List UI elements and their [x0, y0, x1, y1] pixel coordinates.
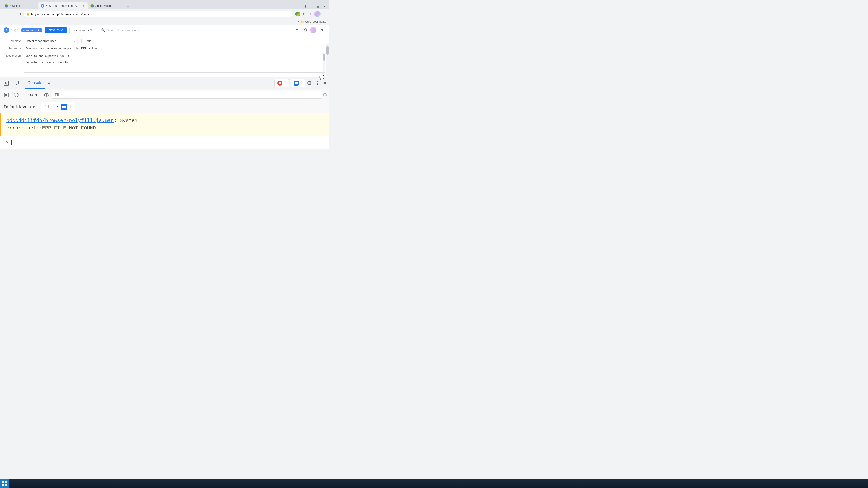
- description-scrollbar[interactable]: [322, 53, 325, 72]
- forward-button[interactable]: ›: [9, 11, 16, 17]
- message-badge[interactable]: 1: [291, 79, 305, 87]
- url-bar[interactable]: 🔒 bugs.chromium.org/p/chromium/issues/en…: [24, 11, 292, 17]
- url-text: bugs.chromium.org/p/chromium/issues/entr…: [31, 12, 289, 16]
- svg-marker-7: [5, 94, 8, 96]
- other-bookmarks[interactable]: 📁 Other bookmarks: [300, 20, 327, 24]
- restore-button[interactable]: ⧉: [315, 4, 321, 9]
- tab-close-new-tab[interactable]: ✕: [32, 4, 35, 8]
- error-file-link[interactable]: bdccddilifdb/browser-polyfill.js.map: [6, 118, 114, 124]
- new-issue-button[interactable]: New issue: [45, 27, 67, 33]
- browser-chrome: New Tab ✕ b New Issue - chromium - An op…: [0, 0, 329, 184]
- issues-badge[interactable]: 1 Issue: 1: [41, 102, 75, 112]
- issues-label: 1 Issue:: [45, 105, 59, 109]
- bookmark-icon[interactable]: ☆: [307, 11, 314, 17]
- console-tab[interactable]: Console: [25, 77, 45, 89]
- search-icon: 🔍: [101, 28, 105, 32]
- message-icon: [293, 80, 299, 86]
- error-icon: ✕: [277, 80, 282, 86]
- other-bookmarks-label: Other bookmarks: [305, 20, 326, 23]
- devtools-toolbar: Console » ✕ 1 1 ⚙: [0, 77, 329, 89]
- cursor-icon: [4, 80, 9, 86]
- tab-add-button[interactable]: +: [125, 3, 131, 9]
- side-comment-icon[interactable]: 💬: [319, 74, 324, 80]
- console-error-area: bdccddilifdb/browser-polyfill.js.map: Sy…: [0, 113, 329, 135]
- cast-icon[interactable]: ⬆: [301, 11, 307, 17]
- svg-marker-5: [295, 84, 296, 85]
- bugs-logo-text: bugs: [10, 28, 18, 32]
- console-bar: top ▼ ⚙: [0, 89, 329, 101]
- tab-favicon-new-tab: [4, 4, 8, 8]
- device-toggle-button[interactable]: [12, 78, 21, 88]
- tab-close-about[interactable]: ✕: [118, 4, 121, 8]
- default-levels-button[interactable]: Default levels ▼: [4, 104, 35, 109]
- console-settings-icon[interactable]: ⚙: [323, 92, 327, 98]
- description-textarea[interactable]: [24, 53, 325, 71]
- context-label: top: [27, 92, 33, 97]
- chromium-badge-label: chromium: [23, 29, 36, 32]
- context-arrow: ▼: [34, 92, 38, 97]
- description-scrollbar-thumb: [323, 54, 325, 61]
- address-bar: ‹ › ↻ 🔒 bugs.chromium.org/p/chromium/iss…: [0, 9, 329, 19]
- tab-new-issue[interactable]: b New Issue - chromium - An oper... ✕: [38, 2, 88, 9]
- console-cursor: [11, 140, 11, 144]
- devtools-panel: Console » ✕ 1 1 ⚙: [0, 77, 329, 149]
- reload-button[interactable]: ↻: [16, 11, 23, 17]
- chromium-badge[interactable]: chromium ▼: [21, 28, 42, 32]
- more-tabs-button[interactable]: »: [46, 77, 52, 89]
- page-scrollbar-thumb: [327, 46, 329, 55]
- tab-close-new-issue[interactable]: ✕: [81, 4, 85, 8]
- dot-1: [317, 81, 318, 82]
- template-select-wrapper: Defect report from user: [24, 38, 78, 44]
- close-window-button[interactable]: ✕: [321, 4, 327, 9]
- svg-rect-12: [62, 105, 66, 108]
- console-input-area[interactable]: >: [0, 135, 329, 149]
- tab-about[interactable]: About Version ✕: [88, 2, 124, 9]
- svg-rect-4: [294, 82, 298, 84]
- open-issues-button[interactable]: Open issues ▼: [69, 27, 95, 33]
- back-button[interactable]: ‹: [2, 11, 8, 17]
- page-scrollbar[interactable]: [326, 44, 329, 89]
- context-selector[interactable]: top ▼: [25, 92, 41, 97]
- tab-title-new-issue: New Issue - chromium - An oper...: [46, 4, 80, 7]
- open-issues-label: Open issues: [72, 29, 89, 32]
- eye-button[interactable]: [42, 93, 51, 97]
- tab-bar: New Tab ✕ b New Issue - chromium - An op…: [0, 0, 329, 9]
- form-area: Template: Defect report from user Code S…: [0, 35, 329, 77]
- search-placeholder: Search chromium issues...: [107, 29, 141, 32]
- devtools-settings-icon[interactable]: ⚙: [307, 80, 312, 86]
- message-count: 1: [300, 80, 302, 86]
- tab-favicon-about: [90, 4, 94, 8]
- device-icon: [13, 80, 19, 86]
- tab-favicon-bugs: b: [41, 4, 44, 8]
- error-badge[interactable]: ✕ 1: [274, 79, 289, 87]
- header-account-dropdown[interactable]: ▼: [319, 27, 326, 33]
- filter-input[interactable]: [52, 91, 322, 98]
- header-settings-icon[interactable]: ⚙: [304, 28, 307, 33]
- console-bar-divider: [23, 92, 23, 98]
- summary-label: Summary:: [4, 47, 22, 50]
- issues-count: 1: [69, 105, 71, 109]
- inspect-element-button[interactable]: [2, 78, 11, 88]
- google-icon[interactable]: [295, 11, 300, 17]
- template-select[interactable]: Defect report from user: [24, 38, 78, 44]
- profile-avatar[interactable]: [314, 11, 320, 17]
- code-button[interactable]: Code: [81, 38, 94, 44]
- svg-rect-2: [15, 85, 18, 85]
- search-bar[interactable]: 🔍 Search chromium issues...: [98, 27, 291, 33]
- tab-controls: ⬇ — ⧉ ✕: [303, 4, 327, 9]
- error-suffix: : System: [114, 118, 138, 124]
- console-tab-label: Console: [27, 80, 42, 85]
- run-icon: [4, 92, 9, 97]
- run-script-button[interactable]: [2, 90, 11, 99]
- header-search-dropdown[interactable]: ▼: [294, 27, 300, 33]
- settings-dots[interactable]: ⋮: [321, 11, 327, 17]
- eye-icon: [44, 93, 49, 97]
- summary-row: Summary:: [4, 46, 326, 51]
- summary-input[interactable]: [24, 46, 326, 51]
- issues-chat-icon: [62, 105, 66, 109]
- minimize-button[interactable]: —: [309, 4, 315, 9]
- tab-list-button[interactable]: ⬇: [303, 4, 308, 9]
- block-icon[interactable]: [12, 90, 21, 99]
- header-profile-avatar[interactable]: [310, 27, 316, 33]
- tab-new-tab[interactable]: New Tab ✕: [2, 2, 38, 9]
